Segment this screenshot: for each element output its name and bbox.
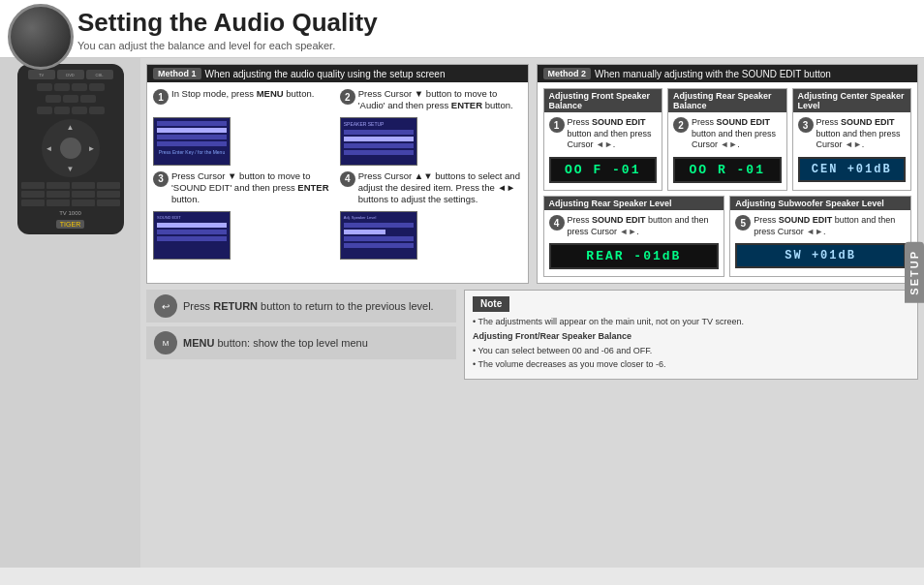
bottom-speaker-row: Adjusting Rear Speaker Level 4 Press SOU… [543,196,912,277]
remote-small-7 [80,95,96,103]
method2-label: When manually adjusting with the SOUND E… [595,69,831,79]
step4-num: 4 [340,171,355,187]
method1-content: 1 In Stop mode, press MENU button. 2 Pre… [147,82,528,265]
remote-btn-b6 [46,191,70,198]
rear-balance-section: Adjusting Rear Speaker Balance 2 Press S… [667,88,787,191]
center-speaker-header: Adjusting Center Speaker Level [793,89,911,112]
screen-sound-edit: SOUND EDIT [157,215,227,220]
screen-line-1 [157,121,227,126]
remote-btn-tv: TV [28,70,55,79]
screen-line-8 [344,150,414,155]
return-text2: button to return to the previous level. [261,300,434,312]
screen-text-1: Press Enter Key / for the Menu [157,149,227,155]
front-speaker-text: Press SOUND EDIT button and then press C… [568,117,658,151]
center-speaker-num: 3 [798,117,814,133]
rear-balance-text: Press SOUND EDIT button and then press C… [692,117,782,151]
note-content: • The adjustments will appear on the mai… [473,316,909,370]
sub-speaker-text: Press SOUND EDIT button and then press C… [754,215,906,237]
return-area: ↩ Press RETURN button to return to the p… [146,290,456,359]
remote-btn-b9 [21,200,45,206]
menu-circle-icon: M [154,331,177,354]
remote-small-10 [72,107,87,114]
screen-line-9 [157,223,227,228]
rear-balance-title: Adjusting Rear Speaker Balance [673,91,772,110]
remote-bottom-buttons [21,182,120,206]
method1-step3: 3 Press Cursor ▼ button to move to 'SOUN… [153,170,335,206]
return-circle-icon: ↩ [154,294,177,318]
center-speaker-lcd: CEN +01dB [798,157,907,182]
remote-small-4 [89,83,105,91]
rear-level-content: 4 Press SOUND EDIT button and then press… [544,210,724,276]
remote-up-arrow: ▲ [67,123,75,132]
rear-level-step: 4 Press SOUND EDIT button and then press… [549,215,720,237]
screen-display-1: Press Enter Key / for the Menu [153,117,231,166]
screen-display-3: SOUND EDIT [153,211,231,260]
step4-content: Press Cursor ▲▼ buttons to select and ad… [358,170,522,206]
sub-speaker-num: 5 [735,215,751,231]
step2-text: Press Cursor ▼ button to move to 'Audio'… [358,88,522,112]
remote-small-11 [89,107,105,114]
instructions-area: Method 1 When adjusting the audio qualit… [140,58,924,568]
return-row: ↩ Press RETURN button to return to the p… [146,290,456,323]
setup-tab: SETUP [905,242,924,303]
screen-line-3 [157,135,227,139]
method1-label: When adjusting the audio quality using t… [205,69,446,79]
main-content: TV DVD CBL [0,58,924,568]
remote-down-arrow: ▼ [67,165,75,173]
remote-btn-b4 [97,182,120,189]
remote-btn-cbl: CBL [86,70,113,79]
front-speaker-title: Adjusting Front Speaker Balance [549,91,651,110]
screen-line-14 [344,236,414,241]
method1-section: Method 1 When adjusting the audio qualit… [146,64,529,284]
menu-row: M MENU button: show the top level menu [146,326,456,359]
sub-speaker-content: 5 Press SOUND EDIT button and then press… [730,210,910,275]
method1-step2: 2 Press Cursor ▼ button to move to 'Audi… [340,88,522,112]
return-bold: RETURN [213,300,258,312]
screen-line-10 [157,230,227,234]
page-title: Setting the Audio Quality [77,8,912,38]
front-speaker-section: Adjusting Front Speaker Balance 1 Press … [543,88,663,191]
remote-btn-b5 [21,191,45,198]
rear-level-title: Adjusting Rear Speaker Level [549,199,672,208]
note-header: Note [473,296,509,312]
step2-content: Press Cursor ▼ button to move to 'Audio'… [358,88,522,112]
rear-level-section: Adjusting Rear Speaker Level 4 Press SOU… [543,196,725,277]
note-area: Note • The adjustments will appear on th… [464,290,918,379]
remote-btn-b10 [46,200,70,206]
screen-line-13 [344,230,385,234]
remote-btn-dvd: DVD [57,70,84,79]
step3-text: Press Cursor ▼ button to move to 'SOUND … [171,170,335,206]
screen-line-2 [157,128,227,133]
remote-btn-b8 [97,191,120,198]
top-speaker-row: Adjusting Front Speaker Balance 1 Press … [543,88,912,191]
rear-level-header: Adjusting Rear Speaker Level [544,197,724,210]
remote-btn-b3 [72,182,95,189]
method1-header: Method 1 When adjusting the audio qualit… [147,65,528,82]
screen-adjust: Adj. Speaker Level [344,215,414,220]
sub-speaker-lcd: SW +01dB [735,243,906,268]
note-line-3: • The volume decreases as you move close… [473,358,909,371]
step3-num: 3 [153,171,169,187]
screen-line-4 [157,141,227,146]
remote-small-6 [63,95,78,103]
remote-btn-b2 [46,182,70,189]
center-speaker-text: Press SOUND EDIT button and then press C… [816,117,907,151]
bottom-area: ↩ Press RETURN button to return to the p… [146,290,918,379]
rear-level-text: Press SOUND EDIT button and then press C… [568,215,720,237]
step1-text: In Stop mode, press MENU button. [171,88,335,100]
screen-line-6 [344,137,414,141]
step2-num: 2 [340,89,355,105]
method1-step1: 1 In Stop mode, press MENU button. [153,88,335,112]
screen-display-4: Adj. Speaker Level [340,211,417,260]
remote-small-3 [72,83,87,91]
remote-small-2 [54,83,70,91]
page-header: Setting the Audio Quality You can adjust… [0,0,924,58]
remote-small-8 [37,107,52,114]
note-box: Note • The adjustments will appear on th… [464,290,918,379]
rear-balance-step: 2 Press SOUND EDIT button and then press… [673,117,782,151]
remote-left-arrow: ◄ [46,144,53,153]
center-speaker-section: Adjusting Center Speaker Level 3 Press S… [792,88,912,191]
rear-level-lcd: REAR -01dB [549,243,720,269]
sub-speaker-section: Adjusting Subwoofer Speaker Level 5 Pres… [729,196,911,277]
sub-speaker-header: Adjusting Subwoofer Speaker Level [730,197,910,210]
